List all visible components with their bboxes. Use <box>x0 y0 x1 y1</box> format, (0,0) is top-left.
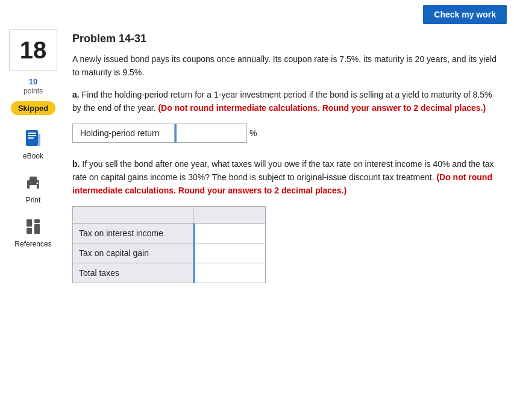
table-value-input-2[interactable] <box>193 263 265 283</box>
skipped-badge: Skipped <box>11 101 56 115</box>
svg-rect-10 <box>27 228 32 234</box>
table-value-cell <box>193 243 266 263</box>
problem-number-box: 18 <box>9 29 57 71</box>
main-content: Problem 14-31 A newly issued bond pays i… <box>66 29 514 283</box>
problem-number: 18 <box>20 37 47 64</box>
table-row: Tax on capital gain <box>73 243 266 263</box>
part-b-text: b. If you sell the bond after one year, … <box>72 157 502 198</box>
top-bar: Check my work <box>0 0 514 29</box>
part-a-text: a. Find the holding-period return for a … <box>72 88 502 115</box>
holding-period-row: Holding-period return % <box>72 124 502 143</box>
part-b-label: b. <box>72 159 80 169</box>
table-value-input-1[interactable] <box>193 243 265 263</box>
ebook-item[interactable]: eBook <box>22 127 45 160</box>
main-layout: 18 10 points Skipped eBook <box>0 29 514 295</box>
svg-rect-11 <box>34 219 40 223</box>
svg-rect-4 <box>38 134 40 146</box>
table-header-col1 <box>73 206 193 223</box>
svg-rect-7 <box>30 185 37 189</box>
table-row: Total taxes <box>73 263 266 283</box>
print-icon <box>22 171 45 194</box>
svg-rect-6 <box>30 177 37 181</box>
print-label: Print <box>26 196 41 204</box>
print-item[interactable]: Print <box>22 171 45 204</box>
tax-table: Tax on interest incomeTax on capital gai… <box>72 206 266 283</box>
sidebar: 18 10 points Skipped eBook <box>0 29 66 283</box>
holding-period-label: Holding-period return <box>72 124 175 143</box>
points-label: points <box>24 87 43 95</box>
svg-rect-3 <box>28 137 34 139</box>
table-row-label: Tax on capital gain <box>73 243 193 263</box>
svg-rect-1 <box>28 133 36 134</box>
svg-rect-9 <box>27 219 32 227</box>
ebook-icon <box>22 127 45 150</box>
holding-period-input[interactable] <box>175 124 247 143</box>
table-row-label: Tax on interest income <box>73 223 193 243</box>
points-value: 10 <box>29 77 37 87</box>
part-a-label: a. <box>72 90 80 99</box>
references-item[interactable]: References <box>14 215 51 248</box>
references-label: References <box>14 240 51 248</box>
svg-point-8 <box>37 182 39 184</box>
table-header-col2 <box>193 206 266 223</box>
svg-rect-12 <box>34 224 40 234</box>
table-row-label: Total taxes <box>73 263 193 283</box>
table-value-cell <box>193 223 266 243</box>
problem-intro: A newly issued bond pays its coupons onc… <box>72 52 502 80</box>
ebook-label: eBook <box>23 152 43 160</box>
check-my-work-button[interactable]: Check my work <box>423 5 507 24</box>
problem-title: Problem 14-31 <box>72 33 502 45</box>
holding-period-unit: % <box>249 128 257 138</box>
table-value-input-0[interactable] <box>193 224 265 243</box>
part-a-instruction: (Do not round intermediate calculations.… <box>158 103 486 113</box>
references-icon <box>22 215 45 238</box>
svg-rect-2 <box>28 135 36 136</box>
table-row: Tax on interest income <box>73 223 266 243</box>
table-value-cell <box>193 263 266 283</box>
part-b-body: If you sell the bond after one year, wha… <box>72 159 494 182</box>
